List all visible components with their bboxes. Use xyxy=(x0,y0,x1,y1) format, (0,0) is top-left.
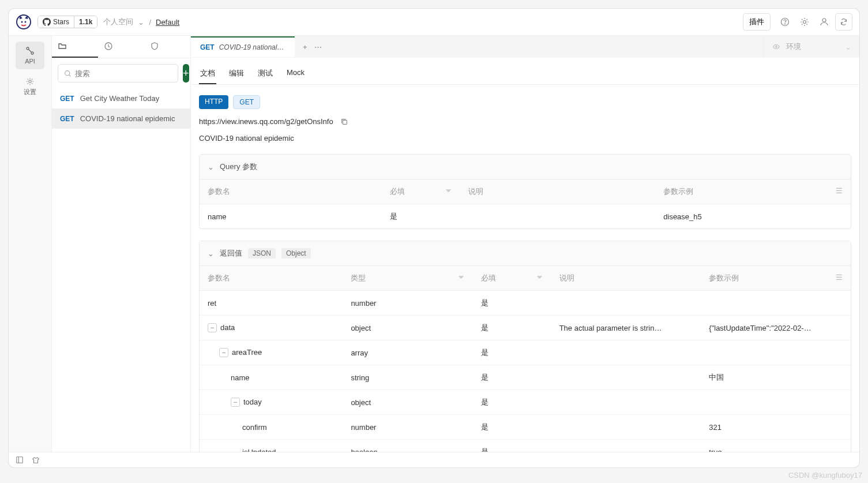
api-url: https://view.inews.qq.com/g2/getOnsInfo xyxy=(199,117,333,126)
api-item[interactable]: GET COVID-19 national epidemic xyxy=(52,108,190,129)
environment-selector[interactable]: 环境 ⌄ xyxy=(764,36,859,58)
stars-count: 1.1k xyxy=(74,16,97,28)
table-row: isUpdatedboolean是true xyxy=(200,440,851,452)
plugin-button[interactable]: 插件 xyxy=(743,13,771,31)
tree-toggle[interactable]: − xyxy=(231,398,240,407)
table-row: namestring是中国 xyxy=(200,365,851,390)
svg-point-8 xyxy=(31,52,33,54)
sub-tab-test[interactable]: 测试 xyxy=(257,63,274,84)
workspace-name[interactable]: 个人空间 xyxy=(103,17,133,27)
col-required: 必填⏷ xyxy=(473,266,551,291)
search-icon xyxy=(64,70,72,77)
chevron-down-icon: ⌄ xyxy=(845,43,851,51)
help-icon[interactable] xyxy=(776,13,794,31)
copy-icon[interactable] xyxy=(340,118,348,126)
layout-icon[interactable] xyxy=(16,456,24,464)
svg-point-2 xyxy=(25,21,27,23)
svg-point-7 xyxy=(27,47,29,50)
eye-icon xyxy=(772,43,780,51)
method-badge: GET xyxy=(233,95,260,109)
table-row: −dataobject是The actual parameter is stri… xyxy=(200,316,851,340)
svg-point-12 xyxy=(776,46,777,48)
table-row: retnumber是 xyxy=(200,291,851,316)
tab-menu-button[interactable]: ⋯ xyxy=(314,43,322,51)
table-row: −areaTreearray是 xyxy=(200,340,851,365)
sidebar: + GET Get City Weather Today GET COVID-1… xyxy=(52,36,191,452)
sidebar-tab-folder[interactable] xyxy=(52,36,98,58)
panel-header[interactable]: ⌄ Query 参数 xyxy=(200,155,851,179)
col-desc: 说明 xyxy=(460,179,656,204)
statusbar xyxy=(9,452,859,467)
http-badge: HTTP xyxy=(199,95,228,109)
svg-rect-14 xyxy=(17,457,23,463)
table-row: confirmnumber是321 xyxy=(200,415,851,440)
github-stars-button[interactable]: Stars 1.1k xyxy=(37,16,97,28)
sidebar-tab-shield[interactable] xyxy=(144,36,190,58)
add-button[interactable]: + xyxy=(183,64,189,83)
response-panel: ⌄ 返回值 JSON Object 参数名 类型⏷ 必填⏷ 说明 参 xyxy=(199,241,851,452)
svg-point-11 xyxy=(65,70,70,75)
api-item[interactable]: GET Get City Weather Today xyxy=(52,88,190,108)
svg-point-9 xyxy=(29,80,31,83)
left-rail: API 设置 xyxy=(9,36,52,452)
list-icon[interactable]: ☰ xyxy=(836,273,843,282)
main-content: GET COVID-19 national e… + ⋯ 环境 ⌄ 文档 编辑 … xyxy=(191,36,859,452)
sub-tabs: 文档 编辑 测试 Mock xyxy=(191,58,859,85)
sub-tab-doc[interactable]: 文档 xyxy=(199,63,216,84)
stars-label: Stars xyxy=(53,18,69,26)
breadcrumb: 个人空间 ⌄ / Default xyxy=(103,17,179,27)
sub-tab-mock[interactable]: Mock xyxy=(285,63,306,84)
user-icon[interactable] xyxy=(816,13,833,31)
filter-icon[interactable]: ⏷ xyxy=(536,273,543,282)
titlebar: Stars 1.1k 个人空间 ⌄ / Default 插件 xyxy=(9,9,859,36)
col-name: 参数名 xyxy=(200,266,343,291)
gear-icon[interactable] xyxy=(796,13,813,31)
col-desc: 说明 xyxy=(551,266,701,291)
svg-point-4 xyxy=(785,24,786,24)
col-required: 必填⏷ xyxy=(382,179,460,204)
tree-toggle[interactable]: − xyxy=(208,323,217,332)
col-type: 类型⏷ xyxy=(343,266,473,291)
col-example: 参数示例☰ xyxy=(701,266,851,291)
list-icon[interactable]: ☰ xyxy=(836,186,843,195)
svg-rect-13 xyxy=(343,120,347,124)
filter-icon[interactable]: ⏷ xyxy=(457,273,465,282)
rail-item-api[interactable]: API xyxy=(16,42,44,69)
tree-toggle[interactable]: − xyxy=(219,348,228,357)
new-tab-button[interactable]: + xyxy=(303,43,307,51)
refresh-icon[interactable] xyxy=(835,13,852,31)
rail-item-settings[interactable]: 设置 xyxy=(16,73,44,101)
col-example: 参数示例☰ xyxy=(655,179,851,204)
watermark: CSDN @kungfuboy17 xyxy=(788,471,862,476)
api-description: COVID-19 national epidemic xyxy=(199,134,851,143)
sub-tab-edit[interactable]: 编辑 xyxy=(228,63,245,84)
api-list: GET Get City Weather Today GET COVID-19 … xyxy=(52,88,190,452)
svg-point-5 xyxy=(803,21,806,24)
query-params-panel: ⌄ Query 参数 参数名 必填⏷ 说明 参数示例☰ xyxy=(199,154,851,229)
editor-tab[interactable]: GET COVID-19 national e… xyxy=(191,36,295,57)
col-name: 参数名 xyxy=(200,179,382,204)
svg-point-6 xyxy=(822,18,826,22)
panel-header[interactable]: ⌄ 返回值 JSON Object xyxy=(200,241,851,266)
chevron-down-icon: ⌄ xyxy=(208,249,214,258)
svg-point-1 xyxy=(21,21,23,23)
table-row: −todayobject是 xyxy=(200,390,851,415)
filter-icon[interactable]: ⏷ xyxy=(445,186,452,195)
search-input[interactable] xyxy=(58,64,178,83)
shirt-icon[interactable] xyxy=(32,456,40,464)
table-row: name 是 disease_h5 xyxy=(200,204,851,229)
app-logo xyxy=(16,14,32,30)
svg-point-0 xyxy=(17,15,31,29)
sidebar-tab-history[interactable] xyxy=(98,36,144,58)
editor-tabs: GET COVID-19 national e… + ⋯ 环境 ⌄ xyxy=(191,36,859,58)
project-name[interactable]: Default xyxy=(156,18,179,27)
chevron-down-icon[interactable]: ⌄ xyxy=(138,18,144,27)
chevron-down-icon: ⌄ xyxy=(208,163,214,171)
